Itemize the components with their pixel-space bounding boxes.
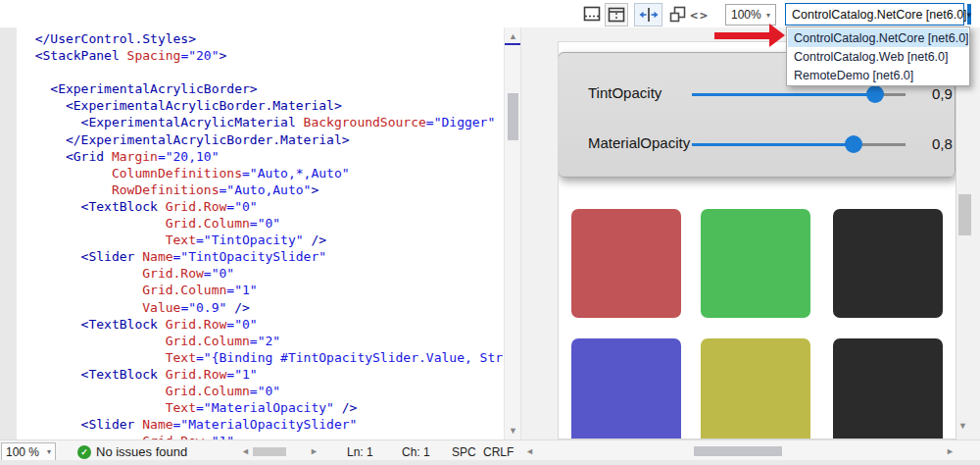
color-swatch: [571, 338, 681, 439]
material-opacity-row: MaterialOpacity 0,8: [559, 134, 955, 154]
split-horizontal-button[interactable]: [582, 5, 602, 24]
code-line: <ExperimentalAcrylicBorder>: [20, 80, 504, 97]
scroll-up-icon[interactable]: ▲: [509, 32, 517, 41]
tint-opacity-slider-thumb[interactable]: [866, 85, 884, 103]
chevron-down-icon: ▾: [766, 11, 770, 20]
preview-surface: TintOpacity 0,9 MaterialOpacity 0,8: [558, 41, 956, 439]
code-line: ColumnDefinitions="Auto,*,Auto": [20, 165, 504, 181]
material-opacity-slider[interactable]: [692, 143, 906, 146]
project-combobox[interactable]: ControlCatalog.NetCore [net6.0] ▾: [785, 3, 964, 26]
color-swatch: [701, 338, 810, 439]
open-new-window-button[interactable]: [666, 4, 688, 25]
code-view-icon: <>: [690, 8, 710, 23]
project-dropdown-list: ControlCatalog.NetCore [net6.0]ControlCa…: [786, 26, 970, 86]
health-check-icon: ✓: [77, 445, 91, 459]
split-vertical-icon: [608, 7, 625, 24]
code-view-button[interactable]: <>: [690, 7, 710, 23]
editor-vscroll-thumb[interactable]: [508, 93, 518, 140]
code-line: <TextBlock Grid.Row="1": [20, 366, 504, 383]
dropdown-item[interactable]: RemoteDemo [net6.0]: [788, 66, 968, 84]
health-status-text: No issues found: [96, 444, 187, 459]
code-line: <TextBlock Grid.Row="0": [20, 316, 504, 333]
color-swatch: [833, 338, 943, 439]
split-vertical-button[interactable]: [605, 3, 628, 26]
split-horizontal-icon: [583, 6, 601, 23]
scroll-right-icon[interactable]: ►: [946, 447, 955, 456]
xaml-code-editor[interactable]: </UserControl.Styles> <StackPanel Spacin…: [0, 27, 520, 439]
scrollbar-caret-marker: [505, 43, 520, 45]
scroll-left-icon[interactable]: ◄: [241, 447, 250, 456]
document-health-indicator[interactable]: ✓ No issues found: [77, 444, 187, 459]
status-line-number: Ln: 1: [347, 445, 373, 459]
tint-opacity-label: TintOpacity: [588, 84, 662, 101]
code-line: Grid.Row="0": [20, 265, 504, 282]
color-swatch: [701, 209, 810, 318]
tint-opacity-slider[interactable]: [692, 93, 906, 96]
chevron-down-icon: ▾: [967, 10, 972, 20]
scroll-left-icon[interactable]: ◄: [525, 447, 534, 456]
code-line: Text="{Binding #TintOpacitySlider.Value,…: [20, 349, 504, 366]
status-indent-mode: SPC: [452, 445, 476, 459]
swap-panes-button[interactable]: [634, 3, 662, 26]
preview-hscroll-thumb[interactable]: [694, 446, 782, 456]
chevron-down-icon: ▾: [47, 447, 51, 456]
avalonia-preview-pane: TintOpacity 0,9 MaterialOpacity 0,8: [520, 27, 980, 439]
code-line: Value="0.9" />: [20, 299, 504, 316]
open-new-window-icon: [668, 5, 687, 24]
preview-zoom-value: 100%: [731, 8, 761, 22]
ide-window: <> 100% ▾ ControlCatalog.NetCore [net6.0…: [0, 0, 980, 465]
code-line: <Slider Name="TintOpacitySlider": [20, 248, 504, 265]
code-line: </UserControl.Styles>: [20, 30, 504, 47]
status-column-number: Ch: 1: [402, 445, 430, 459]
material-opacity-label: MaterialOpacity: [588, 134, 690, 151]
code-line: Grid.Column="2": [20, 333, 504, 349]
material-opacity-slider-thumb[interactable]: [845, 135, 862, 153]
color-swatch: [833, 209, 943, 318]
editor-hscroll-thumb[interactable]: [253, 447, 286, 456]
editor-vertical-scrollbar[interactable]: ▲ ▼: [504, 27, 520, 439]
code-line: [20, 64, 504, 80]
annotation-arrow: [714, 32, 771, 39]
editor-zoom-dropdown[interactable]: 100 % ▾: [1, 442, 56, 461]
tint-opacity-value: 0,9: [932, 85, 953, 102]
code-line: Grid.Row="1": [20, 433, 504, 439]
material-opacity-value: 0,8: [932, 135, 953, 152]
annotation-arrow-head: [769, 24, 785, 47]
code-line: <Slider Name="MaterialOpacitySlider": [20, 416, 504, 433]
status-line-ending: CRLF: [483, 445, 514, 459]
preview-vscroll-thumb[interactable]: [958, 194, 971, 235]
slider-fill: [692, 93, 875, 96]
dropdown-item[interactable]: ControlCatalog.Web [net6.0]: [788, 47, 968, 66]
code-line: Grid.Column="1": [20, 282, 504, 298]
editor-status-bar: 100 % ▾ ✓ No issues found ◄ ► Ln: 1 Ch: …: [0, 439, 980, 465]
scroll-right-icon[interactable]: ►: [310, 447, 318, 456]
code-text: </UserControl.Styles> <StackPanel Spacin…: [20, 30, 504, 439]
slider-fill: [692, 143, 854, 146]
code-line: <ExperimentalAcrylicMaterial BackgroundS…: [20, 114, 504, 130]
code-line: <StackPanel Spacing="20">: [20, 47, 504, 64]
preview-zoom-dropdown[interactable]: 100% ▾: [725, 4, 776, 26]
code-line: Grid.Column="0": [20, 215, 504, 232]
code-line: Text="MaterialOpacity" />: [20, 399, 504, 416]
project-combobox-value: ControlCatalog.NetCore [net6.0]: [786, 8, 967, 22]
scroll-down-icon[interactable]: ▼: [958, 422, 967, 431]
color-swatch: [571, 209, 681, 318]
code-line: </ExperimentalAcrylicBorder.Material>: [20, 131, 504, 148]
code-line: RowDefinitions="Auto,Auto">: [20, 181, 504, 198]
tint-opacity-row: TintOpacity 0,9: [559, 84, 955, 104]
swap-panes-icon: [638, 7, 660, 23]
code-line: Grid.Column="0": [20, 383, 504, 399]
code-line: <Grid Margin="20,10": [20, 148, 504, 165]
code-line: <ExperimentalAcrylicBorder.Material>: [20, 97, 504, 114]
previewer-toolbar: <> 100% ▾ ControlCatalog.NetCore [net6.0…: [0, 0, 980, 27]
editor-zoom-value: 100 %: [6, 445, 39, 459]
dropdown-item[interactable]: ControlCatalog.NetCore [net6.0]: [788, 28, 968, 47]
combobox-dropdown-button[interactable]: ▾: [967, 4, 972, 25]
code-line: <TextBlock Grid.Row="0": [20, 198, 504, 215]
scroll-down-icon[interactable]: ▼: [509, 427, 517, 436]
code-area[interactable]: </UserControl.Styles> <StackPanel Spacin…: [0, 27, 504, 439]
code-line: Text="TintOpacity" />: [20, 232, 504, 248]
